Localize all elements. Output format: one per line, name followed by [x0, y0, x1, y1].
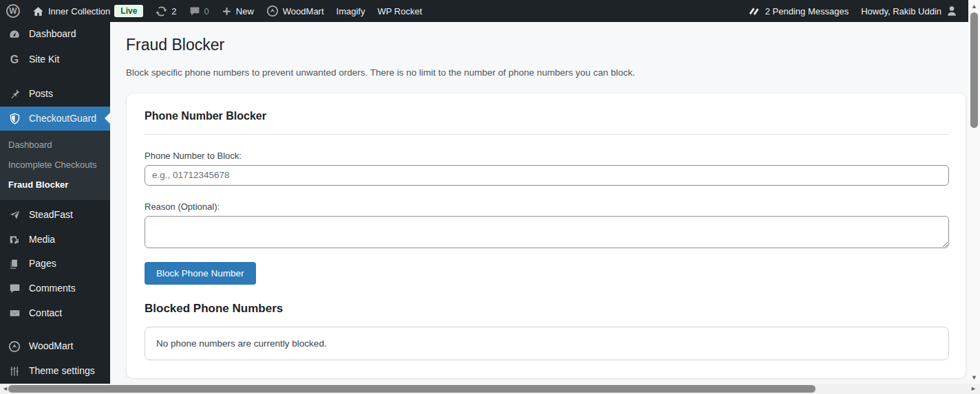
sidebar-item-label: WoodMart [29, 340, 73, 353]
paper-plane-icon [8, 209, 21, 221]
menu-separator [0, 73, 110, 82]
submenu-item-incomplete-checkouts[interactable]: Incomplete Checkouts [0, 155, 110, 175]
sidebar-item-contact[interactable]: Contact [0, 301, 110, 326]
scroll-right-arrow-icon[interactable]: ► [970, 386, 977, 392]
comment-icon [8, 283, 21, 294]
comment-count: 0 [204, 6, 209, 17]
media-icon [8, 234, 21, 245]
woodmart-label: WoodMart [283, 6, 324, 17]
sitekit-g-icon: G [8, 52, 21, 67]
home-icon [32, 6, 44, 17]
comment-bubble-icon [189, 6, 200, 17]
updates-button[interactable]: 2 [149, 0, 182, 22]
reason-label: Reason (Optional): [145, 201, 949, 212]
wordpress-menu-button[interactable]: W [0, 0, 26, 22]
sidebar-item-label: SteadFast [29, 208, 73, 222]
horizontal-scrollbar-thumb[interactable] [8, 385, 816, 393]
sidebar-item-steadfast[interactable]: SteadFast [0, 203, 110, 228]
imagify-toolbar-button[interactable]: Imagify [330, 0, 372, 22]
blocked-numbers-empty-state: No phone numbers are currently blocked. [145, 327, 949, 360]
update-count: 2 [171, 6, 176, 17]
shield-icon [8, 113, 21, 124]
sidebar-item-checkoutguard[interactable]: CheckoutGuard [0, 107, 110, 131]
pages-icon [8, 259, 21, 270]
sidebar-item-pages[interactable]: Pages [0, 252, 110, 276]
sidebar-item-comments[interactable]: Comments [0, 276, 110, 301]
card-heading: Phone Number Blocker [145, 110, 949, 122]
imagify-label: Imagify [337, 6, 365, 17]
current-menu-arrow [105, 113, 110, 124]
sidebar-item-label: Media [29, 233, 55, 247]
sidebar-item-label: Posts [29, 87, 53, 101]
admin-sidebar: Dashboard G Site Kit Posts CheckoutGuard… [0, 22, 110, 384]
page-description: Block specific phone numbers to prevent … [126, 67, 966, 78]
sidebar-item-woodmart[interactable]: WoodMart [0, 334, 110, 359]
sidebar-item-label: Comments [29, 282, 76, 296]
fraud-blocker-card: Phone Number Blocker Phone Number to Blo… [126, 93, 966, 379]
envelope-icon [8, 307, 21, 319]
new-content-button[interactable]: New [215, 0, 260, 22]
sidebar-item-media[interactable]: Media [0, 228, 110, 252]
phone-number-label: Phone Number to Block: [145, 151, 949, 161]
scroll-down-arrow-icon[interactable]: ▼ [968, 375, 980, 381]
live-badge: Live [114, 5, 143, 17]
site-name: Inner Collection [48, 6, 110, 17]
scroll-left-arrow-icon[interactable]: ◄ [2, 386, 8, 392]
submenu-item-fraud-blocker[interactable]: Fraud Blocker [0, 175, 110, 195]
sidebar-item-label: Site Kit [29, 53, 59, 67]
page-title: Fraud Blocker [126, 35, 966, 56]
wordpress-logo-icon: W [6, 4, 20, 18]
site-home-link[interactable]: Inner Collection Live [26, 0, 149, 22]
account-menu[interactable]: Howdy, Rakib Uddin [855, 0, 964, 22]
sidebar-item-posts[interactable]: Posts [0, 82, 110, 107]
avatar-icon [946, 5, 958, 17]
pending-messages-label: 2 Pending Messages [765, 6, 849, 17]
update-icon [156, 6, 167, 17]
sidebar-item-label: Contact [29, 307, 62, 320]
wp-rocket-toolbar-button[interactable]: WP Rocket [371, 0, 428, 22]
pushpin-icon [8, 88, 21, 100]
checkoutguard-submenu: Dashboard Incomplete Checkouts Fraud Blo… [0, 131, 110, 200]
wp-rocket-label: WP Rocket [377, 6, 422, 17]
submenu-item-dashboard[interactable]: Dashboard [0, 135, 110, 155]
reason-textarea[interactable] [145, 216, 949, 248]
admin-bar-left: W Inner Collection Live 2 0 New [0, 0, 428, 22]
woodmart-logo-icon [266, 5, 279, 17]
admin-bar: W Inner Collection Live 2 0 New [0, 0, 968, 22]
sidebar-item-site-kit[interactable]: G Site Kit [0, 47, 110, 73]
vertical-scrollbar-thumb[interactable] [970, 12, 978, 128]
scroll-up-arrow-icon[interactable]: ▲ [968, 3, 980, 10]
comments-button[interactable]: 0 [183, 0, 215, 22]
sidebar-item-theme-settings[interactable]: Theme settings [0, 359, 110, 384]
dashboard-gauge-icon [8, 28, 21, 41]
howdy-label: Howdy, Rakib Uddin [861, 6, 941, 17]
plus-icon [222, 6, 232, 17]
sidebar-item-label: Pages [29, 257, 56, 271]
block-phone-number-button[interactable]: Block Phone Number [145, 262, 256, 285]
vertical-scrollbar[interactable]: ▲ ▼ [968, 0, 980, 384]
sliders-icon [8, 366, 21, 377]
horizontal-scrollbar[interactable]: ◄ ► [0, 384, 980, 394]
sidebar-item-label: Theme settings [29, 364, 95, 378]
menu-separator [0, 325, 110, 334]
phone-number-input[interactable] [145, 165, 949, 186]
woodmart-toolbar-button[interactable]: WoodMart [260, 0, 330, 22]
sidebar-item-label: CheckoutGuard [29, 112, 96, 126]
new-label: New [236, 6, 254, 17]
main-content: Fraud Blocker Block specific phone numbe… [110, 22, 968, 384]
admin-bar-right: 2 Pending Messages Howdy, Rakib Uddin [741, 0, 968, 22]
sidebar-item-label: Dashboard [29, 28, 76, 41]
pending-messages-button[interactable]: 2 Pending Messages [741, 0, 855, 22]
blocked-numbers-heading: Blocked Phone Numbers [145, 302, 949, 316]
card-divider [145, 134, 949, 135]
steadfast-icon [747, 6, 761, 17]
sidebar-item-dashboard[interactable]: Dashboard [0, 22, 110, 47]
woodmart-icon [8, 340, 21, 353]
